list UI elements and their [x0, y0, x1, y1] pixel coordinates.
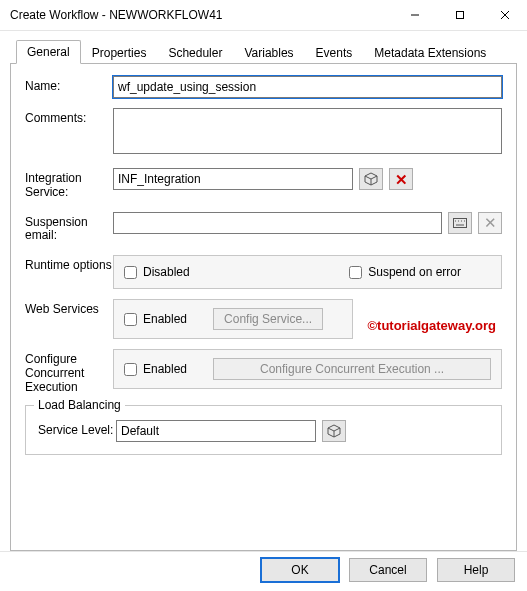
clear-service-button[interactable]: ✕: [389, 168, 413, 190]
web-services-label: Web Services: [25, 299, 113, 317]
row-name: Name:: [25, 76, 502, 98]
comments-textarea[interactable]: [113, 108, 502, 154]
suspension-email-input[interactable]: [113, 212, 442, 234]
configure-concurrent-button: Configure Concurrent Execution ...: [213, 358, 491, 380]
maximize-icon: [455, 10, 465, 20]
disabled-checkbox[interactable]: [124, 266, 137, 279]
concurrent-enabled-wrap[interactable]: Enabled: [124, 362, 187, 376]
watermark-text: ©tutorialgateway.org: [367, 318, 496, 333]
x-icon: ✕: [395, 172, 408, 187]
tab-label: Events: [316, 46, 353, 60]
cube-icon: [364, 172, 378, 186]
load-balancing-group: Load Balancing Service Level:: [25, 405, 502, 455]
webservices-enabled-checkbox[interactable]: [124, 313, 137, 326]
tab-label: Metadata Extensions: [374, 46, 486, 60]
help-button[interactable]: Help: [437, 558, 515, 582]
tab-label: Properties: [92, 46, 147, 60]
suspend-on-error-label: Suspend on error: [368, 265, 461, 279]
suspension-email-label: Suspension email:: [25, 212, 113, 244]
clear-email-button[interactable]: ✕: [478, 212, 502, 234]
maximize-button[interactable]: [437, 0, 482, 30]
tab-events[interactable]: Events: [305, 41, 364, 64]
minimize-button[interactable]: [392, 0, 437, 30]
close-button[interactable]: [482, 0, 527, 30]
tab-properties[interactable]: Properties: [81, 41, 158, 64]
integration-service-input[interactable]: [113, 168, 353, 190]
name-input[interactable]: [113, 76, 502, 98]
dialog-window: Create Workflow - NEWWORKFLOW41 General …: [0, 0, 527, 591]
tab-label: Variables: [244, 46, 293, 60]
disabled-checkbox-label: Disabled: [143, 265, 190, 279]
window-title: Create Workflow - NEWWORKFLOW41: [10, 8, 392, 22]
browse-service-level-button[interactable]: [322, 420, 346, 442]
row-runtime-options: Runtime options Disabled Suspend on erro…: [25, 255, 502, 289]
tab-variables[interactable]: Variables: [233, 41, 304, 64]
cube-icon: [327, 424, 341, 438]
service-level-label: Service Level:: [38, 420, 116, 438]
browse-service-button[interactable]: [359, 168, 383, 190]
keyboard-icon: [453, 218, 467, 228]
x-icon: ✕: [484, 215, 497, 230]
concurrent-execution-label: Configure Concurrent Execution: [25, 349, 113, 394]
name-label: Name:: [25, 76, 113, 94]
svg-marker-4: [365, 173, 377, 179]
concurrent-enabled-label: Enabled: [143, 362, 187, 376]
svg-marker-14: [328, 425, 340, 431]
minimize-icon: [410, 10, 420, 20]
tab-panel-general: Name: Comments: Integration Service: ✕: [10, 63, 517, 551]
load-balancing-legend: Load Balancing: [34, 398, 125, 412]
suspend-on-error-checkbox[interactable]: [349, 266, 362, 279]
row-integration-service: Integration Service: ✕: [25, 168, 502, 200]
concurrent-enabled-checkbox[interactable]: [124, 363, 137, 376]
tab-label: General: [27, 45, 70, 59]
suspend-on-error-checkbox-wrap[interactable]: Suspend on error: [349, 265, 461, 279]
titlebar: Create Workflow - NEWWORKFLOW41: [0, 0, 527, 31]
integration-service-label: Integration Service:: [25, 168, 113, 200]
runtime-options-label: Runtime options: [25, 255, 113, 273]
config-service-button: Config Service...: [213, 308, 323, 330]
svg-rect-8: [454, 218, 467, 227]
tab-scheduler[interactable]: Scheduler: [157, 41, 233, 64]
svg-rect-1: [456, 12, 463, 19]
runtime-options-well: Disabled Suspend on error: [113, 255, 502, 289]
webservices-enabled-label: Enabled: [143, 312, 187, 326]
comments-label: Comments:: [25, 108, 113, 126]
service-level-input[interactable]: [116, 420, 316, 442]
ok-button[interactable]: OK: [261, 558, 339, 582]
row-service-level: Service Level:: [38, 420, 489, 442]
edit-email-button[interactable]: [448, 212, 472, 234]
tabstrip: General Properties Scheduler Variables E…: [0, 31, 527, 63]
tab-general[interactable]: General: [16, 40, 81, 64]
tab-label: Scheduler: [168, 46, 222, 60]
row-concurrent-execution: Configure Concurrent Execution Enabled C…: [25, 349, 502, 394]
row-suspension-email: Suspension email: ✕: [25, 212, 502, 244]
tab-metadata-extensions[interactable]: Metadata Extensions: [363, 41, 497, 64]
disabled-checkbox-wrap[interactable]: Disabled: [124, 265, 190, 279]
close-icon: [500, 10, 510, 20]
concurrent-execution-well: Enabled Configure Concurrent Execution .…: [113, 349, 502, 389]
web-services-well: Enabled Config Service...: [113, 299, 353, 339]
webservices-enabled-wrap[interactable]: Enabled: [124, 312, 187, 326]
cancel-button[interactable]: Cancel: [349, 558, 427, 582]
row-comments: Comments:: [25, 108, 502, 154]
dialog-footer: OK Cancel Help: [0, 551, 527, 591]
